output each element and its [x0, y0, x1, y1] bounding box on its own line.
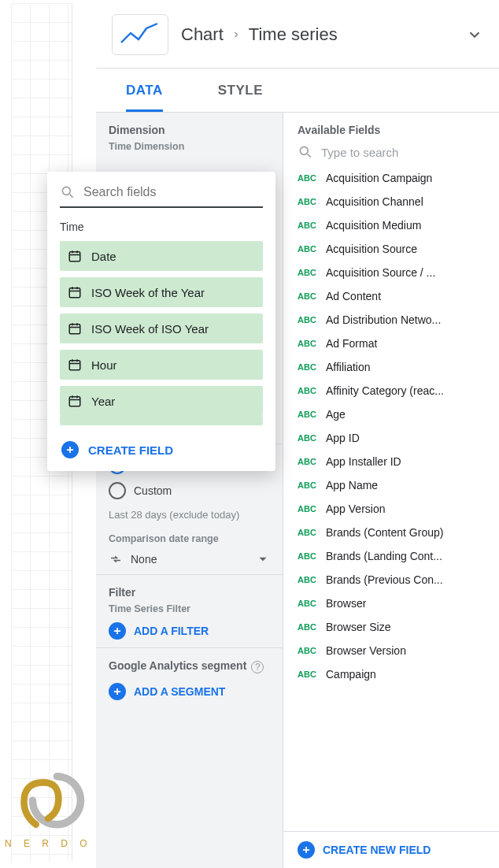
type-text-icon: ABC [298, 504, 316, 514]
nerdo-logo-icon [10, 772, 86, 836]
type-text-icon: ABC [298, 433, 316, 443]
field-name: App ID [326, 432, 360, 444]
popover-search[interactable] [60, 184, 263, 208]
tab-style[interactable]: STYLE [218, 83, 263, 112]
type-text-icon: ABC [298, 291, 316, 301]
type-text-icon: ABC [298, 386, 316, 395]
type-text-icon: ABC [298, 197, 316, 206]
chevron-right-icon [231, 30, 241, 39]
svg-rect-3 [69, 288, 80, 298]
time-field-option[interactable]: ISO Week of ISO Year [60, 313, 263, 343]
available-field-item[interactable]: ABCAffiliation [283, 355, 499, 379]
available-field-item[interactable]: ABCAd Distribution Netwo... [283, 308, 499, 332]
type-text-icon: ABC [298, 575, 316, 584]
type-text-icon: ABC [298, 410, 316, 419]
available-field-item[interactable]: ABCBrands (Landing Cont... [283, 544, 499, 568]
available-field-item[interactable]: ABCApp Installer ID [283, 450, 499, 473]
available-field-item[interactable]: ABCAcquisition Medium [283, 213, 499, 237]
compare-select[interactable]: None [109, 552, 270, 566]
field-name: Ad Format [326, 337, 377, 350]
calendar-icon [68, 285, 82, 299]
search-placeholder: Type to search [321, 146, 398, 159]
help-icon[interactable]: ? [251, 661, 264, 673]
date-range-custom[interactable]: Custom [109, 482, 270, 499]
time-field-option[interactable]: Hour [60, 350, 263, 380]
field-name: Brands (Content Group) [326, 526, 443, 539]
field-name: Affinity Category (reac... [326, 384, 444, 397]
available-field-item[interactable]: ABCBrowser Size [283, 615, 499, 639]
option-label: ISO Week of the Year [91, 286, 205, 299]
svg-rect-4 [69, 325, 80, 334]
field-name: App Name [326, 479, 378, 491]
svg-point-0 [300, 147, 308, 154]
field-name: Acquisition Campaign [326, 172, 432, 184]
available-field-item[interactable]: ABCAcquisition Channel [283, 190, 499, 213]
available-field-item[interactable]: ABCAd Format [283, 332, 499, 355]
field-name: Acquisition Source / ... [326, 266, 435, 279]
option-label: Date [91, 250, 116, 263]
available-field-item[interactable]: ABCBrowser [283, 592, 499, 615]
type-text-icon: ABC [298, 339, 316, 348]
tabs: DATA STYLE [96, 69, 499, 112]
available-field-item[interactable]: ABCAffinity Category (reac... [283, 379, 499, 402]
date-range-hint: Last 28 days (exclude today) [109, 509, 270, 521]
available-field-item[interactable]: ABCAcquisition Source / ... [283, 261, 499, 284]
type-text-icon: ABC [298, 315, 316, 325]
svg-rect-6 [69, 397, 80, 406]
create-new-field-button[interactable]: CREATE NEW FIELD [283, 831, 499, 868]
brand-name: N E R D O [5, 838, 92, 849]
available-field-item[interactable]: ABCBrowser Version [283, 639, 499, 662]
option-label: ISO Week of ISO Year [91, 322, 209, 336]
compare-label: Comparison date range [109, 533, 270, 544]
tab-data[interactable]: DATA [126, 83, 163, 112]
type-text-icon: ABC [298, 551, 316, 561]
available-field-item[interactable]: ABCApp ID [283, 426, 499, 450]
available-field-item[interactable]: ABCApp Version [283, 497, 499, 521]
field-name: Acquisition Source [326, 243, 417, 255]
type-text-icon: ABC [298, 622, 316, 632]
field-name: Brands (Previous Con... [326, 573, 443, 586]
available-field-item[interactable]: ABCBrands (Content Group) [283, 521, 499, 544]
available-field-item[interactable]: ABCAcquisition Source [283, 237, 499, 261]
type-text-icon: ABC [298, 480, 316, 490]
field-name: App Installer ID [326, 455, 401, 468]
section-title-segment: Google Analytics segment [109, 659, 246, 672]
available-field-item[interactable]: ABCApp Name [283, 473, 499, 497]
calendar-icon [68, 321, 82, 336]
field-name: Campaign [326, 668, 376, 681]
create-field-button[interactable]: CREATE FIELD [60, 430, 263, 463]
type-text-icon: ABC [298, 646, 316, 655]
time-dimension-popover: Time DateISO Week of the YearISO Week of… [47, 172, 275, 471]
time-field-option[interactable]: Year [60, 386, 263, 416]
available-field-item[interactable]: ABCAd Content [283, 284, 499, 308]
search-icon [298, 144, 313, 160]
crumb-root[interactable]: Chart [181, 24, 224, 45]
expand-more-icon[interactable] [466, 26, 483, 43]
available-field-item[interactable]: ABCAge [283, 402, 499, 426]
type-text-icon: ABC [298, 173, 316, 183]
crumb-leaf[interactable]: Time series [249, 24, 338, 45]
search-icon [60, 184, 76, 200]
add-filter-button[interactable]: ADD A FILTER [109, 622, 270, 640]
field-name: Browser Version [326, 644, 406, 657]
available-field-item[interactable]: ABCCampaign [283, 662, 499, 686]
field-name: Age [326, 408, 346, 421]
available-field-item[interactable]: ABCBrands (Previous Con... [283, 568, 499, 592]
type-text-icon: ABC [298, 268, 316, 277]
chart-type-chip[interactable] [112, 14, 168, 55]
time-series-icon [120, 20, 161, 49]
time-field-option[interactable]: Date [60, 241, 263, 271]
dropdown-caret-icon [256, 552, 270, 566]
field-search[interactable]: Type to search [298, 144, 485, 160]
plus-icon [298, 841, 315, 859]
popover-category: Time [60, 221, 263, 233]
available-fields-list[interactable]: ABCAcquisition CampaignABCAcquisition Ch… [283, 166, 499, 831]
available-field-item[interactable]: ABCAcquisition Campaign [283, 166, 499, 190]
list-item-partial[interactable] [60, 416, 263, 425]
time-field-option[interactable]: ISO Week of the Year [60, 277, 263, 307]
field-name: App Version [326, 503, 386, 515]
section-title-dimension: Dimension [109, 124, 270, 136]
type-text-icon: ABC [298, 670, 316, 679]
popover-search-input[interactable] [83, 185, 263, 199]
add-segment-button[interactable]: ADD A SEGMENT [109, 683, 270, 700]
